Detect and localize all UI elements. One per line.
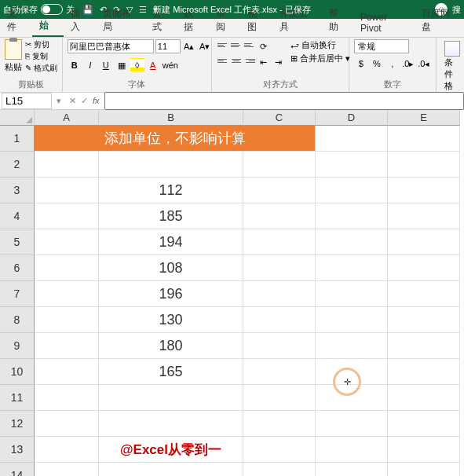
cell-B3[interactable]: 112 <box>99 178 243 203</box>
bold-button[interactable]: B <box>68 58 82 72</box>
cell-C3[interactable] <box>243 178 316 203</box>
tab-插入[interactable]: 插入 <box>64 4 96 37</box>
cell-E13[interactable] <box>388 437 460 463</box>
comma-icon[interactable]: , <box>385 57 400 71</box>
cell-E2[interactable] <box>388 152 460 178</box>
row-header-10[interactable]: 10 <box>0 359 35 385</box>
namebox-dropdown-icon[interactable]: ▾ <box>53 96 64 106</box>
row-header-6[interactable]: 6 <box>0 255 35 281</box>
underline-button[interactable]: U <box>99 58 113 72</box>
cell-D12[interactable] <box>316 411 388 437</box>
cell-D2[interactable] <box>316 152 388 178</box>
row-header-14[interactable]: 14 <box>0 463 35 476</box>
cell-A9[interactable] <box>35 333 99 359</box>
cell-E8[interactable] <box>388 307 460 333</box>
cell-E14[interactable] <box>388 463 460 476</box>
cell-D5[interactable] <box>316 229 388 255</box>
cell-C13[interactable] <box>243 437 316 463</box>
row-header-5[interactable]: 5 <box>0 229 35 255</box>
row-header-11[interactable]: 11 <box>0 385 35 411</box>
col-header-D[interactable]: D <box>316 110 388 126</box>
cell-B8[interactable]: 130 <box>99 307 243 333</box>
align-middle-icon[interactable] <box>230 39 243 50</box>
cell-D3[interactable] <box>316 178 388 203</box>
toggle-switch[interactable] <box>41 4 63 15</box>
increase-font-icon[interactable]: A▴ <box>182 39 196 53</box>
fx-icon[interactable]: fx <box>93 96 100 106</box>
align-bottom-icon[interactable] <box>243 39 256 50</box>
row-header-1[interactable]: 1 <box>0 126 35 152</box>
tab-Power Pivot[interactable]: Power Pivot <box>353 9 415 37</box>
cell-A11[interactable] <box>35 385 99 411</box>
cell-E6[interactable] <box>388 255 460 281</box>
cell-D6[interactable] <box>316 255 388 281</box>
decrease-font-icon[interactable]: A▾ <box>198 39 212 53</box>
cell-A8[interactable] <box>35 307 99 333</box>
cell-B5[interactable]: 194 <box>99 229 243 255</box>
align-center-icon[interactable] <box>230 55 243 66</box>
row-header-9[interactable]: 9 <box>0 333 35 359</box>
align-right-icon[interactable] <box>243 55 256 66</box>
cut-button[interactable]: ✂ 剪切 <box>25 39 57 50</box>
cell-C4[interactable] <box>243 203 316 229</box>
cell-C14[interactable] <box>243 463 316 476</box>
phonetic-button[interactable]: wén <box>162 58 176 72</box>
border-button[interactable]: ▦ <box>115 58 129 72</box>
percent-icon[interactable]: % <box>370 57 384 71</box>
cell-A5[interactable] <box>35 229 99 255</box>
indent-right-icon[interactable]: ⇥ <box>272 55 286 69</box>
cell-A3[interactable] <box>35 178 99 203</box>
cell-A4[interactable] <box>35 203 99 229</box>
cell-C2[interactable] <box>243 152 316 178</box>
col-header-C[interactable]: C <box>243 110 316 126</box>
align-left-icon[interactable] <box>217 55 229 66</box>
cell-B9[interactable]: 180 <box>99 333 243 359</box>
cell-E10[interactable] <box>388 359 460 385</box>
cell-D8[interactable] <box>316 307 388 333</box>
cell-E9[interactable] <box>388 333 460 359</box>
font-size-select[interactable] <box>155 39 181 53</box>
merged-title-cell[interactable]: 添加单位，不影响计算 <box>35 126 316 152</box>
cell-A6[interactable] <box>35 255 99 281</box>
cell-D4[interactable] <box>316 203 388 229</box>
cancel-formula-icon[interactable]: ✕ <box>69 96 76 106</box>
orientation-icon[interactable]: ⟳ <box>257 39 271 53</box>
tab-帮助[interactable]: 帮助 <box>322 4 354 37</box>
cell-C9[interactable] <box>243 333 316 359</box>
cell-A10[interactable] <box>35 359 99 385</box>
row-header-7[interactable]: 7 <box>0 281 35 307</box>
wrap-text-button[interactable]: ⮐ 自动换行 <box>290 39 350 51</box>
copy-button[interactable]: ⎘ 复制 <box>25 51 57 62</box>
cell-B13[interactable]: @Excel从零到一 <box>99 437 243 463</box>
indent-left-icon[interactable]: ⇤ <box>257 55 271 69</box>
col-header-A[interactable]: A <box>35 110 99 126</box>
cell-C6[interactable] <box>243 255 316 281</box>
cell-D7[interactable] <box>316 281 388 307</box>
row-header-12[interactable]: 12 <box>0 411 35 437</box>
cell-D10[interactable] <box>316 359 388 385</box>
cell-E7[interactable] <box>388 281 460 307</box>
cell-D1[interactable] <box>316 126 388 152</box>
cell-B6[interactable]: 108 <box>99 255 243 281</box>
name-box[interactable] <box>2 93 52 109</box>
font-color-button[interactable]: A <box>146 58 160 72</box>
tab-页面布局[interactable]: 页面布局 <box>96 4 145 37</box>
formula-bar[interactable] <box>104 92 464 110</box>
cell-B12[interactable] <box>99 411 243 437</box>
cell-E3[interactable] <box>388 178 460 203</box>
cell-C8[interactable] <box>243 307 316 333</box>
cell-A14[interactable] <box>35 463 99 476</box>
tab-百度网盘[interactable]: 百度网盘 <box>415 4 464 37</box>
cell-A2[interactable] <box>35 152 99 178</box>
select-all-corner[interactable] <box>0 110 35 126</box>
row-header-8[interactable]: 8 <box>0 307 35 333</box>
cell-B7[interactable]: 196 <box>99 281 243 307</box>
cell-D9[interactable] <box>316 333 388 359</box>
font-name-select[interactable] <box>68 39 154 53</box>
col-header-B[interactable]: B <box>99 110 243 126</box>
cell-D11[interactable] <box>316 385 388 411</box>
painter-button[interactable]: ✎ 格式刷 <box>25 63 57 74</box>
cell-B10[interactable]: 165 <box>99 359 243 385</box>
cell-B4[interactable]: 185 <box>99 203 243 229</box>
cell-E11[interactable] <box>388 385 460 411</box>
